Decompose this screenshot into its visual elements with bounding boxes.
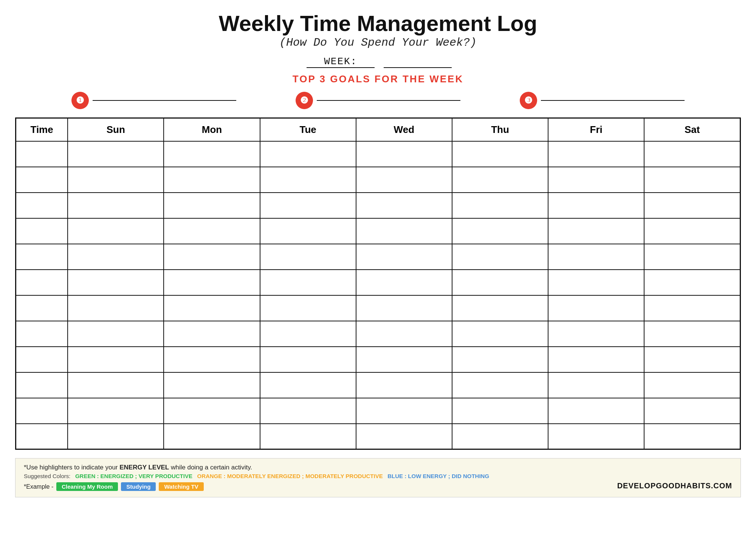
schedule-cell[interactable] — [68, 295, 164, 321]
schedule-cell[interactable] — [356, 141, 452, 167]
schedule-cell[interactable] — [452, 398, 548, 424]
schedule-cell[interactable] — [164, 270, 260, 295]
schedule-cell[interactable] — [164, 347, 260, 372]
time-cell[interactable] — [16, 193, 68, 218]
schedule-cell[interactable] — [260, 167, 356, 193]
schedule-cell[interactable] — [644, 218, 740, 244]
schedule-cell[interactable] — [356, 398, 452, 424]
schedule-cell[interactable] — [356, 372, 452, 398]
schedule-cell[interactable] — [548, 167, 644, 193]
schedule-cell[interactable] — [644, 321, 740, 347]
schedule-cell[interactable] — [356, 347, 452, 372]
schedule-cell[interactable] — [164, 218, 260, 244]
time-cell[interactable] — [16, 244, 68, 270]
schedule-cell[interactable] — [68, 270, 164, 295]
schedule-cell[interactable] — [452, 141, 548, 167]
schedule-cell[interactable] — [548, 295, 644, 321]
schedule-cell[interactable] — [452, 372, 548, 398]
schedule-cell[interactable] — [644, 347, 740, 372]
schedule-cell[interactable] — [452, 270, 548, 295]
schedule-cell[interactable] — [356, 424, 452, 449]
schedule-cell[interactable] — [68, 193, 164, 218]
schedule-cell[interactable] — [548, 424, 644, 449]
schedule-cell[interactable] — [260, 193, 356, 218]
time-cell[interactable] — [16, 424, 68, 449]
schedule-cell[interactable] — [164, 321, 260, 347]
schedule-cell[interactable] — [452, 347, 548, 372]
schedule-cell[interactable] — [68, 398, 164, 424]
schedule-cell[interactable] — [644, 295, 740, 321]
schedule-cell[interactable] — [260, 141, 356, 167]
schedule-cell[interactable] — [356, 270, 452, 295]
schedule-cell[interactable] — [68, 372, 164, 398]
schedule-cell[interactable] — [260, 372, 356, 398]
schedule-cell[interactable] — [356, 193, 452, 218]
example-prefix: *Example - — [24, 483, 53, 490]
time-cell[interactable] — [16, 398, 68, 424]
schedule-cell[interactable] — [644, 398, 740, 424]
schedule-cell[interactable] — [260, 244, 356, 270]
schedule-cell[interactable] — [356, 321, 452, 347]
schedule-cell[interactable] — [548, 218, 644, 244]
schedule-cell[interactable] — [164, 167, 260, 193]
time-cell[interactable] — [16, 372, 68, 398]
time-cell[interactable] — [16, 347, 68, 372]
schedule-cell[interactable] — [68, 347, 164, 372]
schedule-cell[interactable] — [548, 193, 644, 218]
schedule-cell[interactable] — [452, 193, 548, 218]
schedule-cell[interactable] — [164, 141, 260, 167]
col-tue: Tue — [260, 118, 356, 141]
schedule-cell[interactable] — [644, 244, 740, 270]
schedule-cell[interactable] — [68, 244, 164, 270]
schedule-cell[interactable] — [644, 424, 740, 449]
schedule-cell[interactable] — [452, 167, 548, 193]
schedule-cell[interactable] — [68, 141, 164, 167]
schedule-cell[interactable] — [164, 244, 260, 270]
schedule-cell[interactable] — [452, 244, 548, 270]
time-cell[interactable] — [16, 321, 68, 347]
schedule-cell[interactable] — [644, 193, 740, 218]
time-cell[interactable] — [16, 167, 68, 193]
schedule-cell[interactable] — [548, 398, 644, 424]
schedule-cell[interactable] — [260, 424, 356, 449]
schedule-cell[interactable] — [548, 372, 644, 398]
schedule-cell[interactable] — [452, 218, 548, 244]
time-cell[interactable] — [16, 270, 68, 295]
schedule-cell[interactable] — [452, 321, 548, 347]
schedule-cell[interactable] — [260, 218, 356, 244]
schedule-cell[interactable] — [68, 424, 164, 449]
schedule-cell[interactable] — [452, 424, 548, 449]
time-cell[interactable] — [16, 141, 68, 167]
schedule-cell[interactable] — [644, 141, 740, 167]
schedule-cell[interactable] — [548, 270, 644, 295]
schedule-cell[interactable] — [164, 424, 260, 449]
schedule-cell[interactable] — [644, 270, 740, 295]
time-cell[interactable] — [16, 218, 68, 244]
schedule-cell[interactable] — [260, 295, 356, 321]
schedule-cell[interactable] — [164, 398, 260, 424]
schedule-cell[interactable] — [260, 398, 356, 424]
schedule-cell[interactable] — [356, 244, 452, 270]
schedule-cell[interactable] — [548, 347, 644, 372]
schedule-cell[interactable] — [68, 167, 164, 193]
schedule-cell[interactable] — [260, 347, 356, 372]
schedule-cell[interactable] — [260, 321, 356, 347]
schedule-cell[interactable] — [548, 321, 644, 347]
schedule-cell[interactable] — [452, 295, 548, 321]
schedule-cell[interactable] — [68, 218, 164, 244]
schedule-cell[interactable] — [644, 372, 740, 398]
schedule-cell[interactable] — [548, 244, 644, 270]
goal-item-1: ❶ — [47, 92, 260, 109]
schedule-cell[interactable] — [644, 167, 740, 193]
schedule-cell[interactable] — [356, 295, 452, 321]
schedule-cell[interactable] — [164, 295, 260, 321]
schedule-cell[interactable] — [356, 167, 452, 193]
schedule-cell[interactable] — [356, 218, 452, 244]
schedule-cell[interactable] — [260, 270, 356, 295]
schedule-cell[interactable] — [164, 193, 260, 218]
schedule-cell[interactable] — [548, 141, 644, 167]
goal-item-2: ❷ — [271, 92, 484, 109]
schedule-cell[interactable] — [68, 321, 164, 347]
time-cell[interactable] — [16, 295, 68, 321]
schedule-cell[interactable] — [164, 372, 260, 398]
